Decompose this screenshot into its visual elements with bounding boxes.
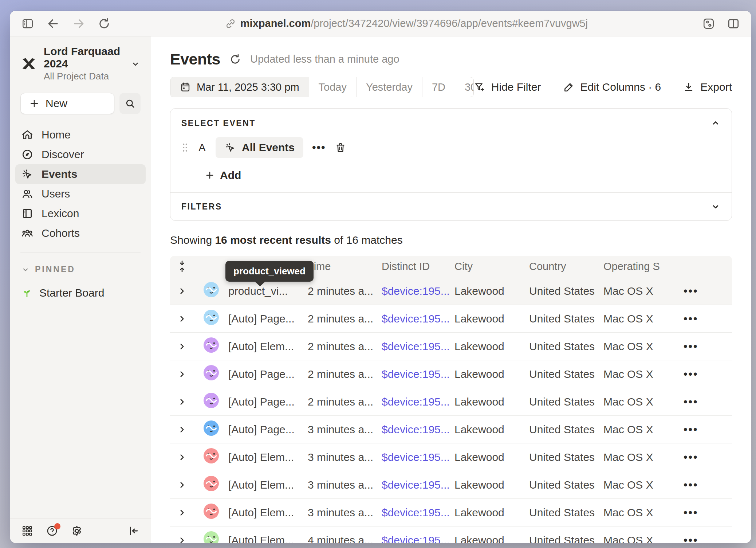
trash-icon[interactable] [335,142,346,153]
collapse-sidebar-icon[interactable] [127,524,141,538]
sidebar-item-lexicon[interactable]: Lexicon [15,204,146,223]
cell-city: Lakewood [452,368,527,380]
column-header-os[interactable]: Operating S [601,261,673,273]
cell-distinct-id[interactable]: $device:195... [379,285,452,297]
sidebar-item-users[interactable]: Users [15,184,146,204]
table-row[interactable]: [Auto] Elem... 3 minutes a... $device:19… [170,471,732,498]
table-row[interactable]: [Auto] Elem... 2 minutes a... $device:19… [170,332,732,360]
sidebar-item-cohorts[interactable]: Cohorts [15,223,146,243]
help-icon[interactable] [45,524,59,538]
split-view-icon[interactable] [725,15,742,32]
column-header-city[interactable]: City [452,261,527,273]
row-expand-chevron-icon[interactable] [170,508,194,517]
cell-distinct-id[interactable]: $device:195... [379,313,452,325]
cell-distinct-id[interactable]: $device:195... [379,479,452,491]
clause-more-icon[interactable]: ••• [312,141,326,154]
row-actions-icon[interactable]: ••• [673,368,732,380]
cell-event-name: [Auto] Elem... [226,479,306,491]
row-expand-chevron-icon[interactable] [170,425,194,434]
row-expand-chevron-icon[interactable] [170,453,194,462]
refresh-icon[interactable] [229,53,241,66]
export-button[interactable]: Export [683,81,732,93]
row-actions-icon[interactable]: ••• [673,479,732,491]
table-row[interactable]: [Auto] Page... 2 minutes a... $device:19… [170,360,732,388]
row-actions-icon[interactable]: ••• [673,285,732,297]
sidebar-nav: Home Discover Events Users Lexicon [10,125,151,243]
row-expand-chevron-icon[interactable] [170,342,194,351]
cell-distinct-id[interactable]: $device:195... [379,368,452,380]
date-current[interactable]: Mar 11, 2025 3:30 pm [170,77,309,97]
sidebar-item-events[interactable]: Events [15,164,146,184]
row-actions-icon[interactable]: ••• [673,340,732,353]
event-avatar-icon [204,310,219,325]
preset-yesterday[interactable]: Yesterday [356,77,422,97]
cell-event-name: [Auto] Elem... [226,451,306,463]
edit-columns-label: Edit Columns · 6 [580,81,661,93]
reload-button-icon[interactable] [95,15,113,32]
download-icon [683,81,694,93]
filters-header[interactable]: FILTERS [181,201,721,212]
column-header-distinct-id[interactable]: Distinct ID [379,261,452,273]
edit-columns-button[interactable]: Edit Columns · 6 [563,81,661,93]
forward-button-icon[interactable] [70,15,87,32]
row-expand-chevron-icon[interactable] [170,286,194,296]
row-expand-chevron-icon[interactable] [170,536,194,543]
extensions-icon[interactable] [700,15,717,32]
sidebar-item-label: Discover [42,148,84,161]
sidebar-item-starter-board[interactable]: Starter Board [21,287,151,299]
column-header-country[interactable]: Country [527,261,601,273]
row-actions-icon[interactable]: ••• [673,313,732,325]
preset-today[interactable]: Today [309,77,356,97]
select-event-header[interactable]: SELECT EVENT [181,118,721,128]
column-header-time[interactable]: Time [306,261,379,273]
cell-distinct-id[interactable]: $device:195... [379,396,452,408]
row-actions-icon[interactable]: ••• [673,534,732,543]
table-row[interactable]: [Auto] Page... 2 minutes a... $device:19… [170,388,732,415]
row-actions-icon[interactable]: ••• [673,396,732,408]
url-bar[interactable]: mixpanel.com/project/3472420/view/397469… [113,17,700,30]
preset-30d[interactable]: 30D [455,77,474,97]
row-expand-chevron-icon[interactable] [170,369,194,379]
row-expand-chevron-icon[interactable] [170,314,194,324]
cell-city: Lakewood [452,313,527,325]
apps-grid-icon[interactable] [20,524,34,538]
cell-event-name: [Auto] Elem... [226,534,306,543]
sidebar-item-home[interactable]: Home [15,125,146,145]
search-button[interactable] [119,93,141,114]
new-button[interactable]: New [20,93,114,114]
chevron-up-icon[interactable] [710,118,721,128]
pinned-section-toggle[interactable]: PINNED [21,265,151,274]
table-row[interactable]: [Auto] Page... 2 minutes a... $device:19… [170,305,732,332]
row-actions-icon[interactable]: ••• [673,506,732,519]
collapse-all-icon[interactable] [170,260,194,273]
event-selector[interactable]: All Events [216,137,303,158]
cell-os: Mac OS X [601,396,673,408]
row-actions-icon[interactable]: ••• [673,451,732,463]
cell-distinct-id[interactable]: $device:195... [379,340,452,353]
users-icon [21,188,34,200]
sidebar-item-discover[interactable]: Discover [15,145,146,164]
settings-gear-icon[interactable] [70,524,84,538]
preset-7d[interactable]: 7D [422,77,455,97]
chevron-down-icon[interactable] [710,201,721,212]
row-actions-icon[interactable]: ••• [673,423,732,436]
table-row[interactable]: [Auto] Page... 3 minutes a... $device:19… [170,415,732,443]
add-event-button[interactable]: Add [205,169,721,181]
row-expand-chevron-icon[interactable] [170,480,194,490]
sprout-icon [21,287,33,299]
cell-os: Mac OS X [601,423,673,436]
row-expand-chevron-icon[interactable] [170,397,194,407]
sidebar-toggle-icon[interactable] [19,15,36,32]
table-row[interactable]: [Auto] Elem... 4 minutes a... $device:19… [170,526,732,543]
hide-filter-button[interactable]: Hide Filter [474,81,541,93]
back-button-icon[interactable] [44,15,62,32]
cell-distinct-id[interactable]: $device:195... [379,506,452,519]
cell-distinct-id[interactable]: $device:195... [379,451,452,463]
cell-distinct-id[interactable]: $device:195... [379,534,452,543]
project-switcher[interactable]: Lord Farquaad 2024 All Project Data [10,45,151,82]
cell-distinct-id[interactable]: $device:195... [379,423,452,436]
tooltip-text: product_viewed [233,266,306,277]
drag-handle-icon[interactable] [181,142,189,153]
table-row[interactable]: [Auto] Elem... 3 minutes a... $device:19… [170,443,732,471]
table-row[interactable]: [Auto] Elem... 3 minutes a... $device:19… [170,498,732,526]
